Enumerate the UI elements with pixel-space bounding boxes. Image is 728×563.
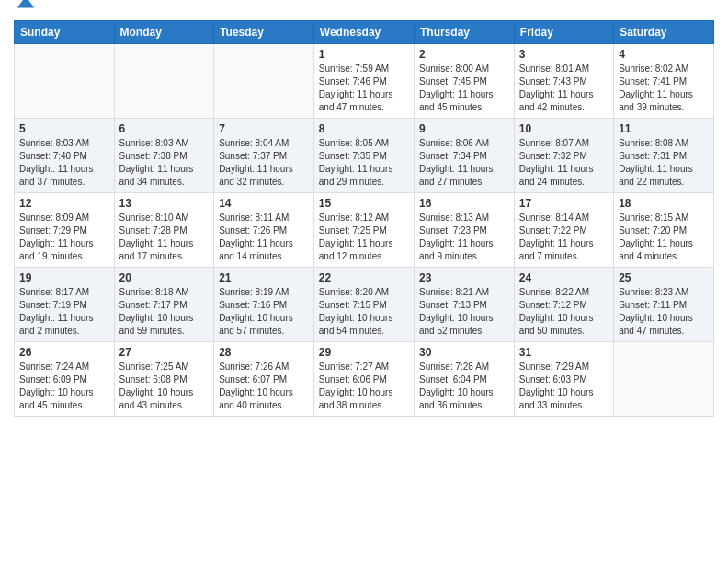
weekday-monday: Monday: [114, 21, 214, 44]
day-cell-23: 23Sunrise: 8:21 AMSunset: 7:13 PMDayligh…: [414, 268, 514, 342]
empty-cell: [15, 44, 115, 119]
day-number: 4: [619, 48, 709, 61]
weekday-thursday: Thursday: [414, 21, 514, 44]
day-cell-11: 11Sunrise: 8:08 AMSunset: 7:31 PMDayligh…: [614, 119, 714, 193]
day-info: Sunrise: 8:20 AMSunset: 7:15 PMDaylight:…: [319, 286, 409, 338]
day-cell-10: 10Sunrise: 8:07 AMSunset: 7:32 PMDayligh…: [514, 119, 613, 193]
day-info: Sunrise: 8:10 AMSunset: 7:28 PMDaylight:…: [119, 212, 210, 263]
day-info: Sunrise: 7:28 AMSunset: 6:04 PMDaylight:…: [419, 361, 509, 412]
day-info: Sunrise: 8:03 AMSunset: 7:38 PMDaylight:…: [119, 137, 210, 189]
week-row-3: 12Sunrise: 8:09 AMSunset: 7:29 PMDayligh…: [15, 193, 714, 268]
day-number: 13: [119, 197, 210, 210]
day-number: 18: [619, 197, 709, 210]
day-info: Sunrise: 8:13 AMSunset: 7:23 PMDaylight:…: [419, 212, 509, 263]
day-cell-14: 14Sunrise: 8:11 AMSunset: 7:26 PMDayligh…: [214, 193, 314, 268]
day-cell-30: 30Sunrise: 7:28 AMSunset: 6:04 PMDayligh…: [414, 342, 514, 417]
weekday-saturday: Saturday: [614, 21, 714, 44]
day-info: Sunrise: 8:14 AMSunset: 7:22 PMDaylight:…: [519, 212, 609, 263]
weekday-sunday: Sunday: [15, 21, 115, 44]
day-info: Sunrise: 8:19 AMSunset: 7:16 PMDaylight:…: [219, 286, 309, 338]
day-number: 12: [19, 197, 109, 210]
day-cell-4: 4Sunrise: 8:02 AMSunset: 7:41 PMDaylight…: [614, 44, 714, 119]
day-cell-6: 6Sunrise: 8:03 AMSunset: 7:38 PMDaylight…: [114, 119, 214, 193]
day-info: Sunrise: 8:21 AMSunset: 7:13 PMDaylight:…: [419, 286, 509, 338]
weekday-friday: Friday: [514, 21, 613, 44]
day-cell-27: 27Sunrise: 7:25 AMSunset: 6:08 PMDayligh…: [114, 342, 214, 417]
day-cell-21: 21Sunrise: 8:19 AMSunset: 7:16 PMDayligh…: [214, 268, 314, 342]
day-info: Sunrise: 8:06 AMSunset: 7:34 PMDaylight:…: [419, 137, 509, 189]
day-info: Sunrise: 8:02 AMSunset: 7:41 PMDaylight:…: [619, 63, 709, 114]
day-number: 15: [319, 197, 409, 210]
day-info: Sunrise: 8:12 AMSunset: 7:25 PMDaylight:…: [319, 212, 409, 263]
day-cell-28: 28Sunrise: 7:26 AMSunset: 6:07 PMDayligh…: [214, 342, 314, 417]
day-info: Sunrise: 8:08 AMSunset: 7:31 PMDaylight:…: [619, 137, 709, 189]
calendar-table: SundayMondayTuesdayWednesdayThursdayFrid…: [14, 20, 714, 417]
day-number: 25: [619, 271, 709, 284]
day-number: 29: [319, 346, 409, 359]
day-cell-9: 9Sunrise: 8:06 AMSunset: 7:34 PMDaylight…: [414, 119, 514, 193]
day-cell-16: 16Sunrise: 8:13 AMSunset: 7:23 PMDayligh…: [414, 193, 514, 268]
day-cell-25: 25Sunrise: 8:23 AMSunset: 7:11 PMDayligh…: [614, 268, 714, 342]
day-cell-22: 22Sunrise: 8:20 AMSunset: 7:15 PMDayligh…: [313, 268, 414, 342]
day-info: Sunrise: 8:07 AMSunset: 7:32 PMDaylight:…: [519, 137, 609, 189]
day-info: Sunrise: 8:22 AMSunset: 7:12 PMDaylight:…: [519, 286, 609, 338]
day-number: 7: [219, 122, 309, 135]
day-cell-3: 3Sunrise: 8:01 AMSunset: 7:43 PMDaylight…: [514, 44, 613, 119]
day-info: Sunrise: 8:17 AMSunset: 7:19 PMDaylight:…: [19, 286, 109, 338]
day-info: Sunrise: 8:01 AMSunset: 7:43 PMDaylight:…: [519, 63, 609, 114]
day-number: 17: [519, 197, 609, 210]
day-info: Sunrise: 7:27 AMSunset: 6:06 PMDaylight:…: [319, 361, 409, 412]
empty-cell: [114, 44, 214, 119]
day-number: 16: [419, 197, 509, 210]
day-info: Sunrise: 8:15 AMSunset: 7:20 PMDaylight:…: [619, 212, 709, 263]
day-number: 14: [219, 197, 309, 210]
header: [14, 9, 714, 13]
svg-marker-0: [17, 0, 34, 8]
day-info: Sunrise: 7:26 AMSunset: 6:07 PMDaylight:…: [219, 361, 309, 412]
day-number: 27: [119, 346, 210, 359]
day-number: 23: [419, 271, 509, 284]
weekday-tuesday: Tuesday: [214, 21, 314, 44]
day-info: Sunrise: 8:00 AMSunset: 7:45 PMDaylight:…: [419, 63, 509, 114]
day-number: 6: [119, 122, 210, 135]
day-info: Sunrise: 8:23 AMSunset: 7:11 PMDaylight:…: [619, 286, 709, 338]
day-info: Sunrise: 8:03 AMSunset: 7:40 PMDaylight:…: [19, 137, 109, 189]
day-cell-2: 2Sunrise: 8:00 AMSunset: 7:45 PMDaylight…: [414, 44, 514, 119]
day-number: 31: [519, 346, 609, 359]
day-number: 2: [419, 48, 509, 61]
day-info: Sunrise: 8:18 AMSunset: 7:17 PMDaylight:…: [119, 286, 210, 338]
week-row-4: 19Sunrise: 8:17 AMSunset: 7:19 PMDayligh…: [15, 268, 714, 342]
day-number: 28: [219, 346, 309, 359]
day-cell-7: 7Sunrise: 8:04 AMSunset: 7:37 PMDaylight…: [214, 119, 314, 193]
day-cell-17: 17Sunrise: 8:14 AMSunset: 7:22 PMDayligh…: [514, 193, 613, 268]
day-number: 26: [19, 346, 109, 359]
week-row-5: 26Sunrise: 7:24 AMSunset: 6:09 PMDayligh…: [15, 342, 714, 417]
day-cell-15: 15Sunrise: 8:12 AMSunset: 7:25 PMDayligh…: [313, 193, 414, 268]
day-number: 5: [19, 122, 109, 135]
day-number: 9: [419, 122, 509, 135]
day-number: 11: [619, 122, 709, 135]
day-number: 20: [119, 271, 210, 284]
day-number: 19: [19, 271, 109, 284]
day-info: Sunrise: 7:59 AMSunset: 7:46 PMDaylight:…: [319, 63, 409, 114]
day-number: 21: [219, 271, 309, 284]
week-row-1: 1Sunrise: 7:59 AMSunset: 7:46 PMDaylight…: [15, 44, 714, 119]
day-cell-13: 13Sunrise: 8:10 AMSunset: 7:28 PMDayligh…: [114, 193, 214, 268]
day-cell-5: 5Sunrise: 8:03 AMSunset: 7:40 PMDaylight…: [15, 119, 115, 193]
day-cell-12: 12Sunrise: 8:09 AMSunset: 7:29 PMDayligh…: [15, 193, 115, 268]
day-number: 1: [319, 48, 409, 61]
day-info: Sunrise: 7:24 AMSunset: 6:09 PMDaylight:…: [19, 361, 109, 412]
empty-cell: [214, 44, 314, 119]
page: SundayMondayTuesdayWednesdayThursdayFrid…: [0, 0, 728, 563]
logo-icon: [16, 0, 36, 13]
logo: [14, 9, 36, 13]
day-cell-24: 24Sunrise: 8:22 AMSunset: 7:12 PMDayligh…: [514, 268, 613, 342]
day-number: 8: [319, 122, 409, 135]
day-number: 22: [319, 271, 409, 284]
day-info: Sunrise: 8:09 AMSunset: 7:29 PMDaylight:…: [19, 212, 109, 263]
day-number: 10: [519, 122, 609, 135]
day-cell-1: 1Sunrise: 7:59 AMSunset: 7:46 PMDaylight…: [313, 44, 414, 119]
day-cell-18: 18Sunrise: 8:15 AMSunset: 7:20 PMDayligh…: [614, 193, 714, 268]
weekday-wednesday: Wednesday: [313, 21, 414, 44]
day-number: 24: [519, 271, 609, 284]
